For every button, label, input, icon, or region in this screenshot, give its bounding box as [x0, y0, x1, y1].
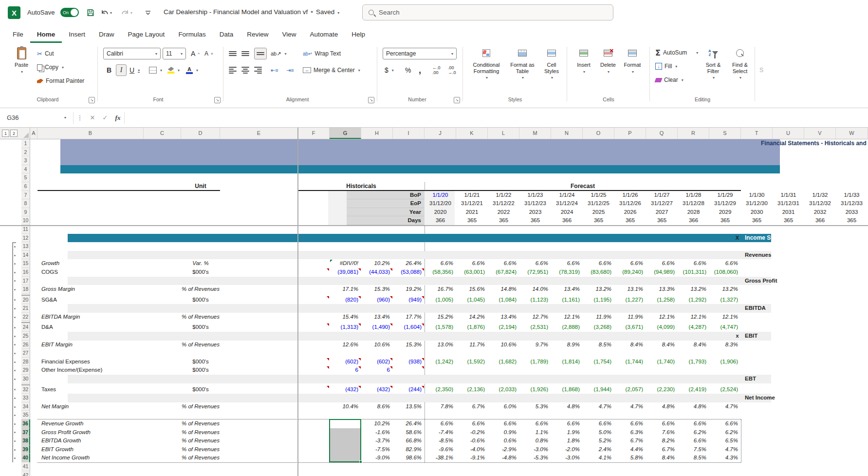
- row-label[interactable]: Net Income Growth: [37, 454, 144, 462]
- row-label[interactable]: EBIT Growth: [37, 445, 144, 454]
- column-header-J[interactable]: J: [425, 128, 456, 139]
- font-dialog-launcher[interactable]: ↘: [214, 97, 221, 103]
- row-header-38[interactable]: 38: [21, 437, 30, 445]
- column-header-G[interactable]: G: [330, 128, 361, 139]
- formula-input[interactable]: [125, 108, 868, 127]
- cell[interactable]: 13.0%: [425, 341, 456, 349]
- cell[interactable]: 1.1%: [519, 428, 551, 437]
- row-header-6[interactable]: 6: [21, 182, 30, 191]
- cell[interactable]: 4.8%: [678, 402, 709, 411]
- cell[interactable]: [220, 268, 298, 277]
- cell[interactable]: [330, 419, 361, 428]
- cell[interactable]: 4.7%: [709, 445, 741, 454]
- row-header-5[interactable]: 5: [21, 173, 30, 182]
- cell[interactable]: [709, 366, 741, 375]
- cell[interactable]: -3.0%: [519, 445, 551, 454]
- cell[interactable]: 66.8%: [393, 437, 425, 445]
- cell[interactable]: 8.2%: [646, 437, 678, 445]
- row-header-35[interactable]: 35: [21, 411, 30, 419]
- column-header-K[interactable]: K: [456, 128, 488, 139]
- cell[interactable]: 6.5%: [709, 437, 741, 445]
- number-dialog-launcher[interactable]: ↘: [454, 97, 460, 103]
- column-header-B[interactable]: B: [37, 128, 144, 139]
- cell[interactable]: (108,060): [709, 268, 741, 277]
- cell[interactable]: 4.7%: [583, 402, 614, 411]
- row-header-29[interactable]: 29: [21, 366, 30, 375]
- number-format-select[interactable]: Percentage▾: [383, 48, 457, 59]
- cell[interactable]: 12.7%: [519, 313, 551, 322]
- tab-data[interactable]: Data: [213, 25, 240, 43]
- row-unit[interactable]: % of Revenues: [181, 428, 220, 437]
- row-header-27[interactable]: 27: [21, 349, 30, 358]
- save-icon[interactable]: [85, 7, 96, 19]
- cell[interactable]: (4,287): [678, 323, 709, 332]
- cell[interactable]: (1,592): [456, 358, 488, 366]
- cell[interactable]: [37, 182, 144, 191]
- cell[interactable]: [144, 445, 181, 454]
- cell[interactable]: (1,793): [678, 358, 709, 366]
- column-header-H[interactable]: H: [361, 128, 393, 139]
- cell[interactable]: -3.7%: [361, 437, 393, 445]
- cell[interactable]: [164, 199, 270, 208]
- column-header-P[interactable]: P: [614, 128, 646, 139]
- cell[interactable]: [220, 428, 298, 437]
- row-unit[interactable]: % of Revenues: [181, 445, 220, 454]
- cell[interactable]: 9.7%: [519, 341, 551, 349]
- cell[interactable]: 6.0%: [488, 402, 519, 411]
- cell[interactable]: 26.4%: [393, 419, 425, 428]
- cancel-entry-icon[interactable]: ✕: [86, 114, 99, 121]
- cell[interactable]: [298, 358, 330, 366]
- cell[interactable]: 0.6%: [488, 437, 519, 445]
- row-header-2[interactable]: 2: [21, 148, 30, 157]
- column-header-O[interactable]: O: [583, 128, 614, 139]
- cell[interactable]: (3,671): [614, 323, 646, 332]
- cell[interactable]: [425, 366, 456, 375]
- cell[interactable]: 7.6%: [646, 428, 678, 437]
- cell[interactable]: [164, 216, 270, 225]
- row-header-3[interactable]: 3: [21, 156, 30, 165]
- cell[interactable]: 31/12/25: [583, 199, 614, 208]
- cell[interactable]: 12.1%: [646, 313, 678, 322]
- cell[interactable]: [330, 454, 361, 462]
- cell[interactable]: [583, 366, 614, 375]
- cell[interactable]: 13.4%: [361, 313, 393, 322]
- align-right-icon[interactable]: [254, 64, 262, 76]
- tab-home[interactable]: Home: [30, 25, 62, 43]
- cell[interactable]: 8.3%: [709, 341, 741, 349]
- row-unit[interactable]: % of Revenues: [181, 285, 220, 294]
- cell[interactable]: [847, 332, 868, 341]
- cell[interactable]: 6.7%: [646, 445, 678, 454]
- cell[interactable]: [456, 366, 488, 375]
- cell[interactable]: 1/1/32: [804, 191, 836, 200]
- row-label[interactable]: Net Income: [741, 394, 847, 402]
- cell[interactable]: 2033: [836, 208, 868, 217]
- cell[interactable]: (44,033): [361, 268, 393, 277]
- row-unit[interactable]: % of Revenues: [181, 341, 220, 349]
- copy-button[interactable]: Copy▾: [37, 61, 64, 73]
- cell[interactable]: 6.6%: [456, 419, 488, 428]
- cell[interactable]: [847, 251, 868, 260]
- align-center-icon[interactable]: [241, 64, 249, 76]
- cell[interactable]: 6.6%: [709, 419, 741, 428]
- cell[interactable]: 365: [836, 216, 868, 225]
- unit-header[interactable]: Unit: [181, 182, 220, 191]
- cell[interactable]: -7.4%: [425, 428, 456, 437]
- sort-filter-button[interactable]: AZ Sort & Filter▾: [700, 46, 726, 80]
- cell[interactable]: (1,740): [646, 358, 678, 366]
- cell[interactable]: 13.3%: [646, 285, 678, 294]
- cell[interactable]: [298, 402, 330, 411]
- cell[interactable]: 10.6%: [361, 341, 393, 349]
- clear-button[interactable]: Clear▾: [655, 74, 683, 86]
- cell[interactable]: 6.6%: [488, 419, 519, 428]
- cell[interactable]: [30, 358, 37, 366]
- cell[interactable]: 5.8%: [614, 454, 646, 462]
- cell[interactable]: 8.6%: [361, 402, 393, 411]
- column-header-S[interactable]: S: [709, 128, 741, 139]
- row-unit[interactable]: % of Revenues: [181, 437, 220, 445]
- cell[interactable]: 15.4%: [330, 313, 361, 322]
- cell[interactable]: 13.1%: [614, 285, 646, 294]
- row-header-9[interactable]: 9: [21, 208, 30, 217]
- cell[interactable]: [144, 437, 181, 445]
- cell[interactable]: 4.4%: [614, 445, 646, 454]
- row-unit[interactable]: % of Revenues: [181, 454, 220, 462]
